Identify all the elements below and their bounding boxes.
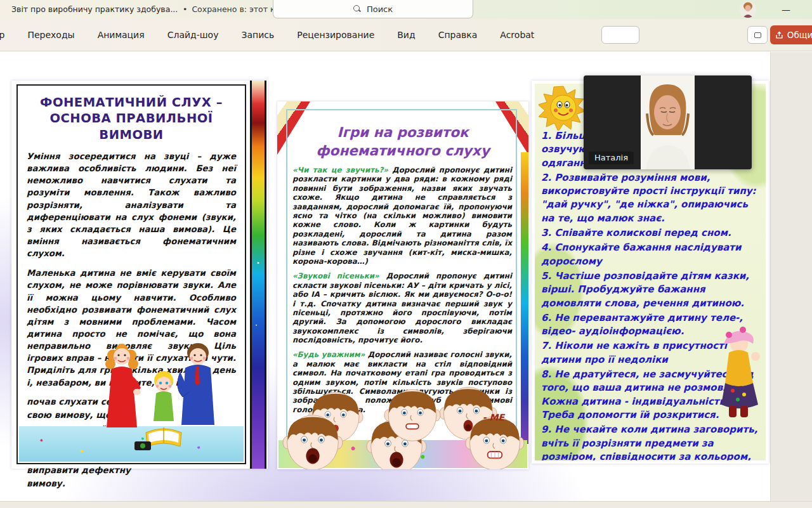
leaflet-page-1: ФОНЕМАТИЧНИЙ СЛУХ – ОСНОВА ПРАВИЛЬНОЇ ВИ…	[11, 81, 268, 469]
advice-item-3: 3. Співайте колискові перед сном.	[541, 226, 762, 240]
webcam-video	[641, 75, 695, 169]
child-face-illustration	[282, 411, 343, 469]
presenter-panel-button[interactable]	[747, 26, 768, 44]
webcam-overlay[interactable]: Наталія	[584, 75, 752, 169]
ribbon-tab-труктор[interactable]: труктор	[0, 30, 4, 40]
ribbon-tab-слайд-шоу[interactable]: Слайд-шоу	[167, 30, 219, 40]
share-label: Общий	[787, 30, 812, 40]
share-button[interactable]: Общий	[770, 25, 812, 44]
document-title: Звіт про виробничу практику здобува...	[11, 4, 178, 14]
account-avatar[interactable]	[740, 1, 756, 18]
status-bar	[0, 501, 812, 508]
ribbon-tab-вид[interactable]: Вид	[397, 30, 415, 40]
rainbow-edge-stripe	[521, 152, 528, 444]
advice-item-5: 5. Частіше розповідайте дітям казки, вір…	[541, 270, 762, 310]
ribbon-tab-переходы[interactable]: Переходы	[27, 30, 74, 40]
separator-dot: •	[183, 4, 187, 14]
advice-item-2: 2. Розвивайте розуміння мови, використов…	[541, 171, 762, 225]
window-pane-icon	[754, 32, 761, 38]
advice-item-9: 9. Не чекайте коли дитина заговорить, вч…	[541, 423, 762, 460]
title-bar: Звіт про виробничу практику здобува... •…	[0, 0, 812, 19]
rainbow-stripe	[250, 81, 266, 469]
obscured-toolbar-button[interactable]	[601, 26, 639, 44]
share-icon	[775, 31, 784, 39]
page1-paragraph-1: Уміння зосередитися на звуці – дуже важл…	[27, 150, 236, 259]
participant-name-label: Наталія	[589, 152, 634, 164]
doll-illustration	[710, 325, 764, 420]
ribbon-tabs: трукторПереходыАнимацияСлайд-шоуЗаписьРе…	[0, 30, 534, 40]
minimize-glyph: —	[782, 4, 790, 15]
ribbon-tab-анимация[interactable]: Анимация	[98, 30, 145, 40]
leaflet-page-2: Ігри на розвиток фонематичного слуху «Чи…	[277, 101, 528, 469]
family-illustration	[85, 334, 222, 458]
ribbon-tab-запись[interactable]: Запись	[241, 30, 274, 40]
search-placeholder: Поиск	[367, 4, 393, 14]
slide-canvas: ФОНЕМАТИЧНИЙ СЛУХ – ОСНОВА ПРАВИЛЬНОЇ ВИ…	[0, 52, 812, 501]
avatar-photo	[740, 1, 756, 18]
search-icon	[353, 5, 361, 13]
page2-watermark: - МЕ	[483, 412, 504, 422]
advice-item-4: 4. Спонукайте бажання наслідувати доросл…	[541, 241, 762, 268]
ribbon: трукторПереходыАнимацияСлайд-шоуЗаписьРе…	[0, 19, 812, 51]
ribbon-tab-справка[interactable]: Справка	[438, 30, 478, 40]
minimize-button[interactable]: —	[775, 1, 797, 18]
ribbon-tab-acrobat[interactable]: Acrobat	[500, 30, 534, 40]
participant-portrait	[641, 75, 695, 169]
sun-illustration	[539, 85, 588, 131]
child-face-illustration	[384, 386, 441, 445]
search-input[interactable]: Поиск	[273, 0, 473, 18]
page1-frame: ФОНЕМАТИЧНИЙ СЛУХ – ОСНОВА ПРАВИЛЬНОЇ ВИ…	[16, 84, 246, 464]
slide-right-margin	[770, 52, 812, 501]
ribbon-tab-рецензирование[interactable]: Рецензирование	[297, 30, 374, 40]
page1-title: ФОНЕМАТИЧНИЙ СЛУХ – ОСНОВА ПРАВИЛЬНОЇ ВИ…	[24, 94, 239, 143]
powerpoint-window: Звіт про виробничу практику здобува... •…	[0, 0, 812, 508]
